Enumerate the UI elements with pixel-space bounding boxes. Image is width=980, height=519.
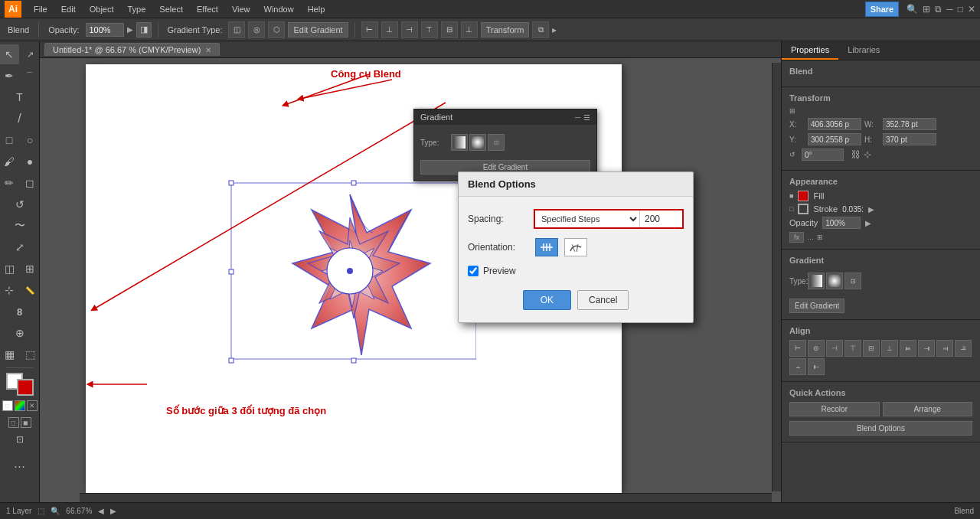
curvature-tool[interactable]: ⌒ <box>20 66 40 86</box>
distribute-h[interactable]: ⫣ <box>918 340 935 357</box>
more-tools-btn[interactable]: … <box>10 454 30 474</box>
pencil-tool[interactable]: ✏ <box>0 173 19 193</box>
grad-freeform-btn[interactable]: ⊡ <box>844 273 861 289</box>
zoom-icon[interactable]: 🔍 <box>51 507 60 515</box>
menu-edit[interactable]: Edit <box>55 3 82 15</box>
gradient-panel-min[interactable]: ─ <box>575 113 580 122</box>
opacity-chevron-icon[interactable]: ▶ <box>865 219 871 227</box>
rect-tool[interactable]: □ <box>0 130 19 150</box>
orient-path-btn[interactable] <box>564 238 587 256</box>
tab-close[interactable]: ✕ <box>205 46 211 54</box>
appearance-more-btn[interactable]: ⊞ <box>817 233 823 241</box>
edit-gradient-button[interactable]: Edit Gradient <box>288 22 348 38</box>
close-icon[interactable]: ✕ <box>968 4 975 15</box>
blob-brush-tool[interactable]: ● <box>20 152 40 171</box>
gradient-panel-menu[interactable]: ☰ <box>583 113 590 122</box>
align-bottom-edge[interactable]: ⊥ <box>881 340 898 357</box>
prev-page-icon[interactable]: ◀ <box>98 507 104 515</box>
draw-behind-btn[interactable]: ◼ <box>21 417 31 428</box>
vertical-scrollbar[interactable] <box>772 63 781 491</box>
spacing-value-input[interactable] <box>640 211 682 227</box>
distribute-right[interactable]: ⫤ <box>936 340 953 357</box>
ellipse-tool[interactable]: ○ <box>20 130 40 150</box>
artboard-icon[interactable]: ⬚ <box>38 507 44 515</box>
blend-tool[interactable]: 8 <box>10 302 30 322</box>
warp-tool[interactable]: 〜 <box>10 216 30 236</box>
align-bottom-icon[interactable]: ⊥ <box>461 21 478 38</box>
menu-select[interactable]: Select <box>153 3 189 15</box>
align-right-icon[interactable]: ⊣ <box>401 21 418 38</box>
grad-linear-btn[interactable] <box>808 273 825 289</box>
type-tool[interactable]: T <box>10 87 30 107</box>
menu-window[interactable]: Window <box>258 3 300 15</box>
gradient-tool[interactable]: ◫ <box>0 259 19 279</box>
align-center-v-icon[interactable]: ⊟ <box>441 21 458 38</box>
pen-tool[interactable]: ✒ <box>0 66 19 86</box>
distribute-bottom[interactable]: ⫦ <box>808 358 825 375</box>
distribute-left[interactable]: ⫢ <box>900 340 916 357</box>
preview-checkbox[interactable] <box>468 266 479 276</box>
distribute-top[interactable]: ⫡ <box>955 340 972 357</box>
eraser-tool[interactable]: ◻ <box>20 173 40 193</box>
rotate-input[interactable] <box>802 149 844 161</box>
orient-page-btn[interactable] <box>535 238 558 256</box>
arrange-icon[interactable]: ⊞ <box>923 4 930 15</box>
ok-button[interactable]: OK <box>523 290 571 310</box>
menu-view[interactable]: View <box>226 3 256 15</box>
transform-more-icon[interactable]: ⊹ <box>864 149 871 160</box>
align-top-edge[interactable]: ⊤ <box>844 340 861 357</box>
window-icon[interactable]: ⧉ <box>935 4 942 15</box>
opacity-chevron[interactable]: ▶ <box>127 25 133 34</box>
measure-tool[interactable]: 📏 <box>20 280 40 300</box>
toolbar-more-icon[interactable]: ▸ <box>552 24 557 35</box>
fill-color-swatch[interactable] <box>798 191 808 201</box>
gradient-type-radial[interactable]: ◎ <box>248 21 265 38</box>
paintbrush-tool[interactable]: 🖌 <box>0 152 19 171</box>
tab-libraries[interactable]: Libraries <box>838 41 889 60</box>
screen-mode-btn[interactable]: ⊡ <box>10 429 30 449</box>
h-input[interactable] <box>883 133 936 145</box>
fx-button[interactable]: fx <box>789 232 804 243</box>
gradient-mode-btn[interactable] <box>15 400 25 411</box>
blend-options-button[interactable]: Blend Options <box>789 421 972 436</box>
eyedropper-tool[interactable]: ⊹ <box>0 280 19 300</box>
gp-linear-btn[interactable] <box>451 134 468 151</box>
align-h-center[interactable]: ⊜ <box>808 340 825 357</box>
stroke-swatch[interactable] <box>798 204 808 214</box>
align-left-icon[interactable]: ⊢ <box>361 21 378 38</box>
gradient-preview-icon[interactable]: ◨ <box>136 22 152 38</box>
menu-object[interactable]: Object <box>83 3 120 15</box>
artboard-tool[interactable]: ⬚ <box>20 344 40 364</box>
line-tool[interactable]: / <box>10 109 30 129</box>
constrain-icon[interactable]: ⛓ <box>851 149 861 160</box>
tab-properties[interactable]: Properties <box>782 41 838 60</box>
share-button[interactable]: Share <box>865 2 900 17</box>
x-input[interactable] <box>808 118 861 130</box>
recolor-button[interactable]: Recolor <box>789 402 880 416</box>
next-page-icon[interactable]: ▶ <box>110 507 116 515</box>
direct-select-tool[interactable]: ↗ <box>20 44 40 64</box>
spacing-select[interactable]: Specified Steps Specified Distance Smoot… <box>535 211 640 227</box>
gp-freeform-btn[interactable]: ⊡ <box>488 134 505 151</box>
rotate-tool[interactable]: ↺ <box>10 194 30 214</box>
stroke-chevron[interactable]: ▶ <box>868 205 874 214</box>
menu-effect[interactable]: Effect <box>191 3 224 15</box>
arrange-button[interactable]: Arrange <box>883 402 973 416</box>
distribute-v[interactable]: ⫠ <box>789 358 806 375</box>
transform-button[interactable]: Transform <box>481 22 530 38</box>
edit-gradient-panel-button[interactable]: Edit Gradient <box>789 299 844 313</box>
scale-tool[interactable]: ⤢ <box>10 237 30 257</box>
menu-type[interactable]: Type <box>122 3 152 15</box>
minimize-icon[interactable]: ─ <box>946 4 953 15</box>
draw-normal-btn[interactable]: ◻ <box>8 417 19 428</box>
gradient-type-linear[interactable]: ◫ <box>228 21 245 38</box>
document-tab[interactable]: Untitled-1* @ 66.67 % (CMYK/Preview) ✕ <box>44 43 220 56</box>
transform-extra-icon[interactable]: ⧉ <box>532 21 549 38</box>
align-center-h-icon[interactable]: ⊥ <box>381 21 398 38</box>
grad-radial-btn[interactable] <box>826 273 843 289</box>
align-top-icon[interactable]: ⊤ <box>421 21 438 38</box>
align-left-edge[interactable]: ⊢ <box>789 340 806 357</box>
horizontal-scrollbar[interactable] <box>80 493 772 502</box>
align-v-center[interactable]: ⊟ <box>863 340 880 357</box>
w-input[interactable] <box>883 118 936 130</box>
